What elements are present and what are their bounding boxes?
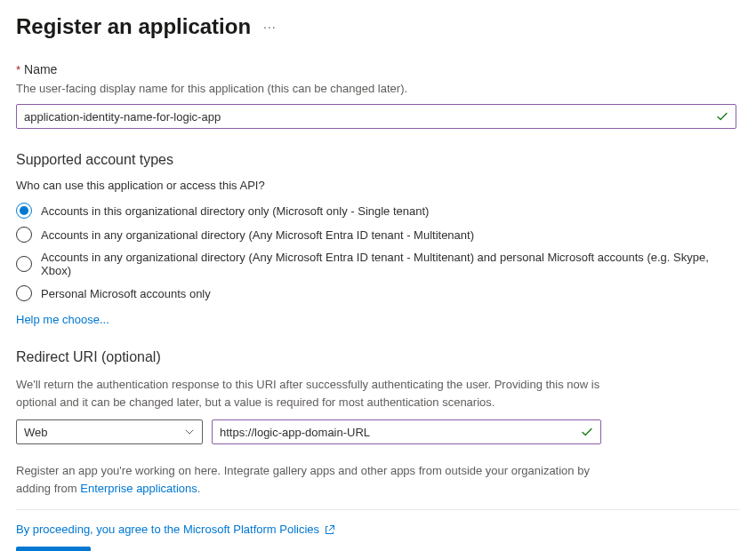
radio-label: Accounts in this organizational director…: [41, 204, 429, 218]
enterprise-applications-link[interactable]: Enterprise applications: [80, 482, 197, 495]
chevron-down-icon: [184, 427, 195, 437]
platform-select-value: Web: [24, 426, 48, 439]
help-me-choose-link[interactable]: Help me choose...: [16, 313, 109, 326]
redirect-title: Redirect URI (optional): [16, 349, 740, 365]
radio-icon: [16, 256, 32, 272]
check-icon: [581, 426, 593, 438]
name-input[interactable]: [24, 110, 716, 124]
radio-label: Accounts in any organizational directory…: [41, 228, 474, 242]
register-button[interactable]: Register: [16, 547, 91, 551]
page-title: Register an application: [16, 14, 251, 39]
name-description: The user-facing display name for this ap…: [16, 82, 740, 95]
account-type-option[interactable]: Accounts in any organizational directory…: [16, 251, 740, 277]
footer-text: Register an app you're working on here. …: [16, 462, 603, 497]
redirect-uri-container: [212, 419, 601, 444]
platform-select[interactable]: Web: [16, 419, 203, 444]
radio-label: Accounts in any organizational directory…: [41, 251, 740, 277]
account-types-question: Who can use this application or access t…: [16, 179, 740, 192]
name-input-container: [16, 104, 736, 129]
account-type-option[interactable]: Accounts in this organizational director…: [16, 203, 740, 219]
more-icon[interactable]: ···: [263, 20, 277, 34]
name-label: Name: [24, 62, 57, 76]
redirect-description: We'll return the authentication response…: [16, 376, 603, 411]
divider: [16, 509, 740, 510]
footer-text-after: .: [197, 482, 201, 495]
open-in-new-icon: [325, 524, 335, 535]
radio-label: Personal Microsoft accounts only: [41, 287, 211, 300]
account-types-title: Supported account types: [16, 152, 740, 168]
check-icon: [716, 110, 728, 123]
required-asterisk: *: [16, 63, 20, 76]
account-type-option[interactable]: Accounts in any organizational directory…: [16, 227, 740, 243]
radio-icon: [16, 227, 32, 243]
radio-icon: [16, 203, 32, 219]
redirect-uri-input[interactable]: [220, 426, 581, 439]
account-type-option[interactable]: Personal Microsoft accounts only: [16, 285, 740, 301]
platform-policies-link[interactable]: By proceeding, you agree to the Microsof…: [16, 523, 319, 536]
radio-icon: [16, 285, 32, 301]
